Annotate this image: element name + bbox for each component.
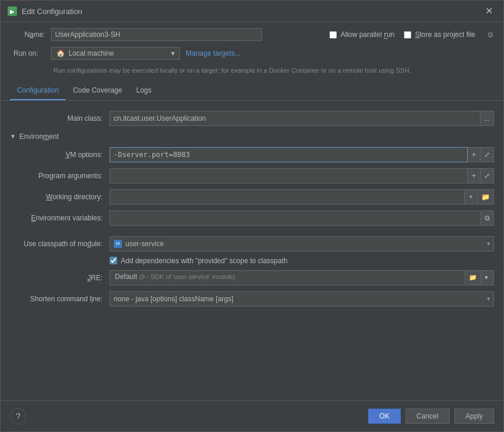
- runon-row: Run on: 🏠 Local machine Local machine ▾ …: [1, 45, 503, 63]
- jre-dropdown-button[interactable]: ▾: [481, 270, 494, 285]
- working-dir-add-button[interactable]: +: [465, 189, 478, 205]
- jre-label: JRE:: [10, 274, 110, 282]
- store-project-checkbox[interactable]: [404, 31, 411, 39]
- env-vars-row: Environment variables: ⧉: [1, 208, 503, 229]
- add-deps-checkbox[interactable]: [110, 257, 117, 264]
- footer-buttons: OK Cancel Apply: [368, 409, 494, 424]
- ok-button[interactable]: OK: [368, 409, 400, 424]
- apply-button[interactable]: Apply: [454, 409, 494, 424]
- program-args-input-group: + ⤢: [110, 168, 494, 183]
- working-dir-input[interactable]: [110, 189, 465, 205]
- classpath-label: Use classpath of module:: [10, 240, 110, 248]
- name-row: Name: Allow parallel r̲un Store as proje…: [1, 22, 503, 45]
- main-class-input-group: ...: [110, 111, 494, 126]
- help-button[interactable]: ?: [10, 408, 26, 424]
- classpath-module-value: user-service: [125, 240, 164, 248]
- shorten-arrow: ▾: [487, 295, 490, 302]
- working-dir-row: Working directory: + 📁: [1, 186, 503, 208]
- jre-browse-button[interactable]: 📁: [465, 270, 481, 285]
- info-text: Run configurations may be executed local…: [1, 63, 503, 81]
- cancel-button[interactable]: Cancel: [406, 409, 449, 424]
- working-dir-browse-button[interactable]: 📁: [478, 189, 494, 205]
- runon-dropdown[interactable]: 🏠 Local machine Local machine ▾: [51, 47, 180, 60]
- edit-configuration-dialog: ▶ Edit Configuration ✕ Name: Allow paral…: [0, 0, 504, 432]
- name-input[interactable]: [51, 28, 262, 41]
- env-vars-input[interactable]: [110, 210, 481, 226]
- tab-configuration[interactable]: Configuration: [10, 81, 66, 100]
- main-class-browse-button[interactable]: ...: [481, 111, 494, 126]
- add-deps-row: Add dependencies with "provided" scope t…: [1, 254, 503, 267]
- main-class-input[interactable]: [110, 111, 481, 126]
- vm-options-expand-button[interactable]: ⤢: [481, 147, 494, 162]
- close-button[interactable]: ✕: [482, 5, 496, 17]
- environment-section-header: ▼ Environment: [1, 129, 503, 144]
- shorten-row: Shorten command line: none - java [optio…: [1, 288, 503, 309]
- program-args-add-button[interactable]: +: [468, 168, 481, 183]
- app-icon: ▶: [8, 6, 17, 16]
- environment-toggle[interactable]: ▼: [10, 133, 16, 140]
- program-args-expand-button[interactable]: ⤢: [481, 168, 494, 183]
- module-icon: M: [114, 240, 122, 248]
- vm-options-input[interactable]: [110, 147, 468, 162]
- runon-label: Run on:: [10, 49, 45, 57]
- env-vars-copy-button[interactable]: ⧉: [481, 210, 494, 226]
- store-project-checkbox-label[interactable]: Store as project file: [404, 30, 475, 39]
- tab-content: Main class: ... ▼ Environment VM options…: [1, 101, 503, 401]
- name-label: Name:: [10, 30, 45, 39]
- jre-control-group: Default (9 - SDK of 'user-service' modul…: [110, 270, 494, 285]
- vm-options-row: VM options: + ⤢: [1, 144, 503, 165]
- environment-title: Environment: [19, 132, 59, 141]
- allow-parallel-checkbox[interactable]: [329, 31, 337, 39]
- vm-options-label: VM options:: [10, 151, 110, 159]
- classpath-module-dropdown[interactable]: M user-service ▾: [110, 236, 494, 251]
- title-bar: ▶ Edit Configuration ✕: [1, 1, 503, 22]
- shorten-label: Shorten command line:: [10, 295, 110, 303]
- spacer: [1, 229, 503, 233]
- jre-value-display: Default (9 - SDK of 'user-service' modul…: [110, 270, 465, 285]
- vm-options-input-group: + ⤢: [110, 147, 494, 162]
- manage-targets-link[interactable]: Manage targets...: [186, 49, 240, 57]
- tabs-bar: Configuration Code Coverage Logs: [1, 81, 503, 101]
- program-args-input[interactable]: [110, 168, 468, 183]
- program-args-label: Program arguments:: [10, 172, 110, 180]
- jre-row: JRE: Default (9 - SDK of 'user-service' …: [1, 267, 503, 288]
- classpath-row: Use classpath of module: M user-service …: [1, 233, 503, 254]
- working-dir-input-group: + 📁: [110, 189, 494, 205]
- main-class-row: Main class: ...: [1, 108, 503, 129]
- classpath-dropdown-arrow: ▾: [487, 240, 490, 247]
- shorten-dropdown[interactable]: none - java [options] className [args] ▾: [110, 291, 494, 307]
- vm-options-add-button[interactable]: +: [468, 147, 481, 162]
- program-args-row: Program arguments: + ⤢: [1, 165, 503, 186]
- gear-icon[interactable]: ⚙: [487, 30, 494, 39]
- add-deps-label: Add dependencies with "provided" scope t…: [121, 257, 288, 265]
- dialog-title: Edit Configuration: [22, 7, 82, 16]
- footer: ? OK Cancel Apply: [1, 400, 503, 431]
- shorten-value: none - java [options] className [args]: [114, 295, 233, 303]
- main-class-label: Main class:: [10, 114, 110, 123]
- allow-parallel-checkbox-label[interactable]: Allow parallel r̲un: [329, 30, 394, 39]
- working-dir-label: Working directory:: [10, 193, 110, 201]
- tab-code-coverage[interactable]: Code Coverage: [66, 81, 129, 100]
- env-vars-input-group: ⧉: [110, 210, 494, 226]
- tab-logs[interactable]: Logs: [129, 81, 158, 100]
- env-vars-label: Environment variables:: [10, 214, 110, 222]
